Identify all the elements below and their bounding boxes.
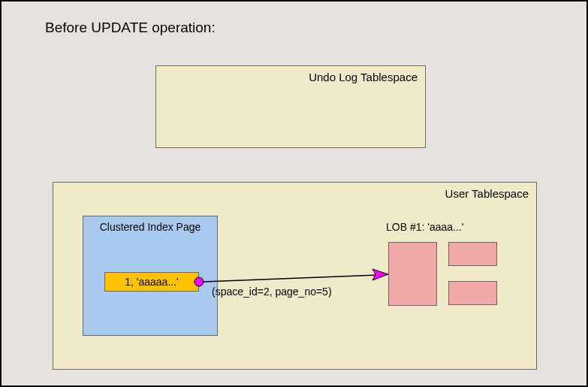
index-row-text: 1, 'aaaaa...' xyxy=(125,276,179,288)
lob-block-small-1 xyxy=(448,242,497,266)
pointer-label: (space_id=2, page_no=5) xyxy=(212,286,332,298)
lob-label: LOB #1: 'aaaa...' xyxy=(386,221,463,233)
undo-log-tablespace-box: Undo Log Tablespace xyxy=(155,65,426,148)
lob-block-small-2 xyxy=(448,281,497,305)
diagram-canvas: Before UPDATE operation: Undo Log Tables… xyxy=(0,0,588,387)
diagram-title: Before UPDATE operation: xyxy=(45,20,216,36)
undo-log-tablespace-label: Undo Log Tablespace xyxy=(309,71,418,83)
clustered-index-page-label: Clustered Index Page xyxy=(83,221,217,233)
lob-block-large xyxy=(388,242,437,306)
user-tablespace-label: User Tablespace xyxy=(445,187,529,200)
index-row-record: 1, 'aaaaa...' xyxy=(104,272,199,292)
